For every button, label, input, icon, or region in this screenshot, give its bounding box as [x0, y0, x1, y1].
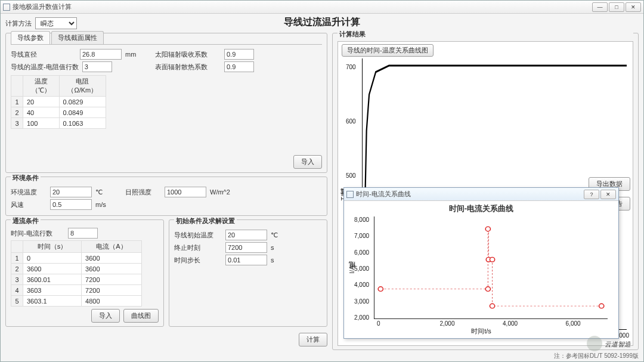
- svg-point-5: [490, 304, 494, 308]
- tend-label: 终止时刻: [174, 243, 222, 252]
- help-icon[interactable]: ?: [584, 190, 599, 199]
- sun-input[interactable]: [165, 187, 206, 197]
- wind-input[interactable]: [50, 199, 92, 210]
- subplot-xlabel: 时间t/s: [471, 327, 491, 336]
- env-group: 环境条件 环境温度 ℃ 风速 m/s: [5, 177, 327, 216]
- current-chart: 时间-电流关系曲线 电流I/A 8,000 7,000 6,000 5,000 …: [345, 202, 617, 337]
- t0-label: 导线初始温度: [174, 231, 222, 240]
- emiss-input[interactable]: [224, 61, 254, 72]
- step-label: 时间步长: [174, 256, 222, 265]
- env-temp-input[interactable]: [50, 187, 92, 197]
- calculate-button[interactable]: 计算: [299, 333, 327, 346]
- minimize-icon[interactable]: —: [592, 2, 608, 12]
- absorb-input[interactable]: [224, 49, 254, 60]
- sun-label: 日照强度: [125, 188, 161, 197]
- page-title: 导线过流温升计算: [1, 16, 643, 29]
- svg-point-4: [490, 257, 494, 262]
- subwindow-title: 时间-电流关系曲线: [356, 190, 584, 199]
- table-row: 2400.0849: [11, 107, 106, 118]
- svg-point-1: [485, 287, 490, 292]
- app-icon: [3, 4, 10, 11]
- close-icon[interactable]: ✕: [626, 2, 641, 12]
- maximize-icon[interactable]: □: [609, 2, 624, 12]
- svg-point-0: [378, 287, 383, 292]
- diameter-unit: mm: [125, 51, 143, 58]
- import-resistance-button[interactable]: 导入: [293, 155, 322, 169]
- env-legend: 环境条件: [11, 174, 41, 182]
- step-input[interactable]: [225, 255, 267, 265]
- conductor-group: 导线参数 导线截面属性 导线直径 mm 导线的温度-电阻值行数: [5, 33, 327, 173]
- svg-point-2: [485, 227, 490, 231]
- initial-group: 初始条件及求解设置 导线初始温度 ℃ 终止时刻 s: [169, 219, 327, 327]
- flow-table[interactable]: 时间（s）电流（A） 103600 236003600 33600.017200…: [11, 240, 142, 307]
- table-row: 103600: [11, 253, 142, 264]
- diameter-label: 导线直径: [11, 50, 76, 59]
- diameter-input[interactable]: [80, 49, 122, 60]
- emiss-label: 表面辐射散热系数: [155, 63, 221, 72]
- absorb-label: 太阳辐射吸收系数: [155, 50, 221, 59]
- env-temp-label: 环境温度: [11, 188, 47, 197]
- t0-input[interactable]: [225, 230, 267, 240]
- import-flow-button[interactable]: 导入: [91, 309, 120, 323]
- res-rows-input[interactable]: [82, 61, 112, 72]
- chart-toggle-button[interactable]: 导线的时间-温度关系曲线图: [342, 44, 434, 57]
- close-icon[interactable]: ✕: [600, 190, 616, 199]
- table-row: 33600.017200: [11, 274, 142, 285]
- table-row: 436037200: [11, 285, 142, 296]
- table-row: 236003600: [11, 264, 142, 274]
- flow-group: 通流条件 时间-电流行数 时间（s）电流（A） 103600 236003600…: [5, 219, 164, 327]
- svg-point-6: [599, 304, 604, 308]
- subplot-title: 时间-电流关系曲线: [345, 203, 617, 214]
- flow-rows-input[interactable]: [68, 228, 98, 239]
- tab-conductor-section[interactable]: 导线截面属性: [51, 31, 104, 44]
- table-row: 1200.0829: [11, 97, 106, 107]
- table-row: 31000.1063: [11, 118, 106, 129]
- tab-conductor-params[interactable]: 导线参数: [11, 31, 50, 44]
- curve-button[interactable]: 曲线图: [123, 309, 159, 323]
- app-icon: [346, 191, 354, 198]
- table-row: 53603.14800: [11, 296, 142, 307]
- flow-rows-label: 时间-电流行数: [11, 229, 64, 238]
- res-rows-label: 导线的温度-电阻值行数: [11, 63, 79, 72]
- footer-note: 注：参考国标DL/T 5092-1999版: [554, 352, 639, 360]
- titlebar: 接地极温升数值计算 — □ ✕: [1, 1, 643, 14]
- window-title: 接地极温升数值计算: [13, 2, 592, 11]
- resistance-table[interactable]: 温度（℃）电阻（Ω/Km） 1200.0829 2400.0849 31000.…: [11, 75, 106, 129]
- current-curve-window: 时间-电流关系曲线 ? ✕ 时间-电流关系曲线 电流I/A 8,000 7,00…: [343, 187, 619, 339]
- tend-input[interactable]: [225, 242, 267, 253]
- wind-label: 风速: [11, 200, 47, 209]
